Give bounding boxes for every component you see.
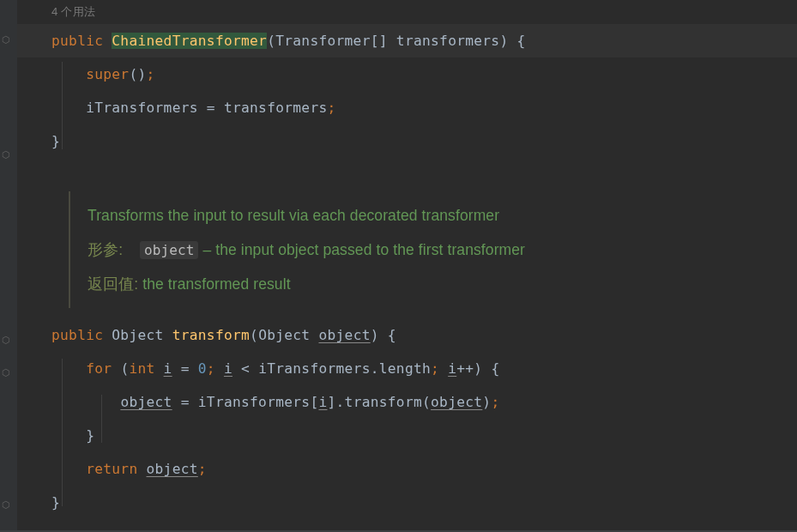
method-name: transform bbox=[172, 327, 250, 343]
field-ref: iTransformers bbox=[86, 100, 198, 116]
code-line[interactable]: } bbox=[17, 124, 797, 158]
code-line[interactable]: } bbox=[17, 419, 797, 452]
code-line[interactable]: public Object transform(Object object) { bbox=[17, 318, 797, 352]
blank-line bbox=[17, 308, 797, 318]
loop-var: i bbox=[318, 394, 327, 410]
collapse-icon[interactable]: ⬡ bbox=[2, 149, 10, 160]
override-down-icon: ⬡ bbox=[2, 367, 10, 378]
override-icon: ⬡ bbox=[2, 335, 10, 346]
override-icon: ⬡ bbox=[2, 34, 10, 45]
field-ref: iTransformers bbox=[198, 394, 311, 410]
length-prop: length bbox=[379, 360, 431, 377]
loop-var: i bbox=[164, 360, 172, 377]
param-name: transformers bbox=[396, 33, 500, 49]
blank-line bbox=[17, 158, 797, 191]
var-ref: object bbox=[431, 394, 482, 410]
code-line[interactable]: return object; bbox=[17, 452, 797, 486]
keyword-int: int bbox=[129, 360, 154, 377]
param-type: Object bbox=[258, 327, 310, 343]
code-line[interactable]: iTransformers = transformers; bbox=[17, 91, 797, 124]
return-type: Object bbox=[112, 327, 163, 343]
code-line[interactable]: super(); bbox=[17, 57, 797, 91]
doc-param-line: 形参: object – the input object passed to … bbox=[88, 233, 797, 267]
keyword-public: public bbox=[51, 327, 103, 343]
method-call: transform bbox=[345, 394, 422, 410]
param-name: object bbox=[318, 327, 370, 343]
param-type: Transformer[] bbox=[275, 33, 388, 49]
loop-var: i bbox=[448, 360, 456, 377]
keyword-super: super bbox=[86, 66, 129, 82]
keyword-return: return bbox=[86, 461, 137, 477]
usage-hint[interactable]: 4 个用法 bbox=[17, 0, 797, 24]
code-editor[interactable]: ⬡ ⬡ ⬡ ⬡ ⬡ 4 个用法 public ChainedTransforme… bbox=[0, 0, 797, 532]
doc-param-name: object bbox=[140, 241, 198, 259]
code-line[interactable]: public ChainedTransformer(Transformer[] … bbox=[17, 24, 797, 57]
var-ref: transformers bbox=[224, 100, 328, 116]
var-ref: object bbox=[120, 394, 172, 410]
number-literal: 0 bbox=[198, 360, 207, 377]
doc-summary: Transforms the input to result via each … bbox=[88, 198, 797, 233]
keyword-for: for bbox=[86, 360, 112, 377]
code-line[interactable]: object = iTransformers[i].transform(obje… bbox=[17, 385, 797, 419]
var-ref: object bbox=[147, 461, 198, 477]
loop-var: i bbox=[224, 360, 232, 377]
code-line[interactable]: } bbox=[17, 486, 797, 519]
javadoc-block: Transforms the input to result via each … bbox=[69, 191, 797, 308]
gutter: ⬡ ⬡ ⬡ ⬡ ⬡ bbox=[0, 0, 17, 532]
doc-return-line: 返回值: the transformed result bbox=[88, 267, 797, 301]
code-line[interactable]: for (int i = 0; i < iTransformers.length… bbox=[17, 352, 797, 385]
constructor-name: ChainedTransformer bbox=[112, 33, 267, 49]
keyword-public: public bbox=[51, 33, 103, 49]
collapse-icon[interactable]: ⬡ bbox=[2, 499, 10, 511]
field-ref: iTransformers bbox=[258, 360, 371, 377]
